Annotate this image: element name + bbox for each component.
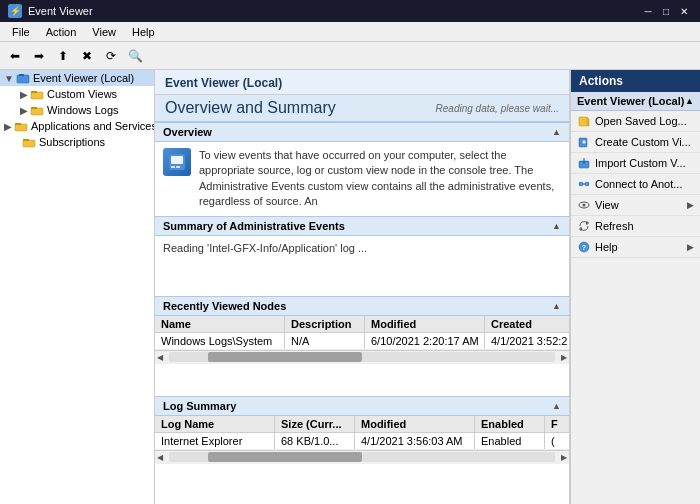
recently-viewed-section-header[interactable]: Recently Viewed Nodes ▲ — [155, 296, 569, 316]
main-layout: ▼ Event Viewer (Local) ▶ Custom Views ▶ — [0, 70, 700, 504]
log-h-scrollbar-track[interactable] — [169, 452, 555, 462]
col-header-name: Name — [155, 316, 285, 332]
log-scroll-right[interactable]: ▶ — [559, 453, 569, 462]
action-open-label: Open Saved Log... — [595, 115, 687, 127]
sidebar-item-custom-views[interactable]: ▶ Custom Views — [0, 86, 154, 102]
log-row-f: ( — [545, 433, 569, 449]
col-header-modified: Modified — [365, 316, 485, 332]
action-view-label: View — [595, 199, 619, 211]
log-h-scrollbar-thumb — [208, 452, 362, 462]
menu-view[interactable]: View — [84, 24, 124, 40]
table-row[interactable]: Windows Logs\System N/A 6/10/2021 2:20:1… — [155, 333, 569, 350]
log-horizontal-scrollbar[interactable]: ◀ ▶ — [155, 450, 569, 464]
help-icon: ? — [577, 240, 591, 254]
scroll-right-arrow[interactable]: ▶ — [559, 353, 569, 362]
toolbar-refresh[interactable]: ⟳ — [100, 45, 122, 67]
svg-rect-11 — [171, 156, 183, 164]
action-open-saved-log[interactable]: Open Saved Log... — [571, 111, 700, 132]
sidebar-label-event-viewer: Event Viewer (Local) — [33, 72, 134, 84]
action-import-custom[interactable]: Import Custom V... — [571, 153, 700, 174]
sidebar-label-subscriptions: Subscriptions — [39, 136, 105, 148]
sidebar-item-app-services[interactable]: ▶ Applications and Services Lo — [0, 118, 154, 134]
svg-rect-2 — [31, 92, 43, 99]
row-created: 4/1/2021 3:52:2 — [485, 333, 569, 349]
admin-events-section-header[interactable]: Summary of Administrative Events ▲ — [155, 216, 569, 236]
toolbar-search[interactable]: 🔍 — [124, 45, 146, 67]
admin-events-reading-text: Reading 'Intel-GFX-Info/Application' log… — [163, 242, 367, 254]
close-button[interactable]: ✕ — [676, 4, 692, 18]
action-help[interactable]: ? Help ▶ — [571, 237, 700, 258]
row-modified: 6/10/2021 2:20:17 AM — [365, 333, 485, 349]
maximize-button[interactable]: □ — [658, 4, 674, 18]
row-name: Windows Logs\System — [155, 333, 285, 349]
action-connect[interactable]: Connect to Anot... — [571, 174, 700, 195]
admin-events-label: Summary of Administrative Events — [163, 220, 345, 232]
svg-rect-0 — [17, 75, 29, 83]
recently-viewed-table-header: Name Description Modified Created ⬆ — [155, 316, 569, 333]
log-summary-label: Log Summary — [163, 400, 236, 412]
log-col-f: F — [545, 416, 569, 432]
center-header-label: Event Viewer (Local) — [165, 76, 282, 90]
tree-expand-custom: ▶ — [20, 89, 28, 100]
action-create-custom[interactable]: Create Custom Vi... — [571, 132, 700, 153]
svg-point-19 — [579, 182, 583, 186]
actions-section-chevron: ▲ — [685, 96, 694, 106]
horizontal-scrollbar[interactable]: ◀ ▶ — [155, 350, 569, 364]
log-table-header: Log Name Size (Curr... Modified Enabled … — [155, 416, 569, 433]
toolbar-up[interactable]: ⬆ — [52, 45, 74, 67]
sidebar-item-event-viewer[interactable]: ▼ Event Viewer (Local) — [0, 70, 154, 86]
view-submenu-arrow: ▶ — [687, 200, 694, 210]
svg-rect-12 — [171, 166, 175, 168]
action-refresh-label: Refresh — [595, 220, 634, 232]
overview-text: To view events that have occurred on you… — [199, 148, 561, 210]
toolbar-back[interactable]: ⬅ — [4, 45, 26, 67]
toolbar: ⬅ ➡ ⬆ ✖ ⟳ 🔍 — [0, 42, 700, 70]
custom-views-icon — [30, 89, 44, 100]
app-icon: ⚡ — [8, 4, 22, 18]
title-bar: ⚡ Event Viewer ─ □ ✕ — [0, 0, 700, 22]
sidebar-label-custom-views: Custom Views — [47, 88, 117, 100]
svg-rect-9 — [23, 139, 29, 141]
tree-expand-windows: ▶ — [20, 105, 28, 116]
overview-section-header[interactable]: Overview ▲ — [155, 122, 569, 142]
open-log-icon — [577, 114, 591, 128]
log-summary-section-header[interactable]: Log Summary ▲ — [155, 396, 569, 416]
actions-panel: Actions Event Viewer (Local) ▲ Open Save… — [570, 70, 700, 504]
h-scrollbar-track[interactable] — [169, 352, 555, 362]
overview-label: Overview — [163, 126, 212, 138]
menu-help[interactable]: Help — [124, 24, 163, 40]
sidebar: ▼ Event Viewer (Local) ▶ Custom Views ▶ — [0, 70, 155, 504]
minimize-button[interactable]: ─ — [640, 4, 656, 18]
action-create-label: Create Custom Vi... — [595, 136, 691, 148]
col-header-desc: Description — [285, 316, 365, 332]
windows-logs-icon — [30, 105, 44, 116]
svg-point-20 — [585, 182, 589, 186]
overview-icon — [163, 148, 191, 176]
menu-file[interactable]: File — [4, 24, 38, 40]
refresh-icon — [577, 219, 591, 233]
svg-rect-3 — [31, 91, 37, 93]
app-title: Event Viewer — [28, 5, 93, 17]
sidebar-item-subscriptions[interactable]: Subscriptions — [0, 134, 154, 150]
log-row-name: Internet Explorer — [155, 433, 275, 449]
log-col-modified: Modified — [355, 416, 475, 432]
center-header: Event Viewer (Local) — [155, 70, 569, 95]
log-row-modified: 4/1/2021 3:56:03 AM — [355, 433, 475, 449]
svg-rect-14 — [579, 117, 587, 126]
center-body: Overview ▲ To view events that have occu… — [155, 122, 569, 504]
log-table-row[interactable]: Internet Explorer 68 KB/1.0... 4/1/2021 … — [155, 433, 569, 450]
menu-action[interactable]: Action — [38, 24, 85, 40]
action-refresh[interactable]: Refresh — [571, 216, 700, 237]
recently-viewed-chevron: ▲ — [552, 301, 561, 311]
action-view[interactable]: View ▶ — [571, 195, 700, 216]
actions-header-label: Actions — [579, 74, 623, 88]
toolbar-stop[interactable]: ✖ — [76, 45, 98, 67]
svg-rect-4 — [31, 108, 43, 115]
log-scroll-left[interactable]: ◀ — [155, 453, 165, 462]
col-header-created: Created — [485, 316, 569, 332]
sidebar-item-windows-logs[interactable]: ▶ Windows Logs — [0, 102, 154, 118]
scroll-left-arrow[interactable]: ◀ — [155, 353, 165, 362]
toolbar-forward[interactable]: ➡ — [28, 45, 50, 67]
svg-text:?: ? — [582, 244, 586, 251]
log-row-size: 68 KB/1.0... — [275, 433, 355, 449]
